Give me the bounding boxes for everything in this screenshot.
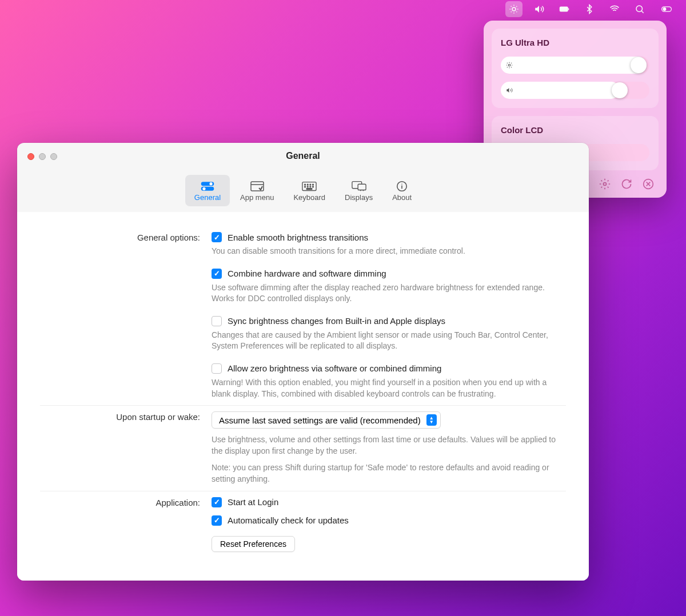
zoom-button[interactable] [50,153,57,160]
info-icon [394,179,409,193]
svg-point-4 [663,8,666,11]
wifi-menu-icon[interactable] [606,1,623,17]
svg-point-22 [313,186,314,187]
keyboard-icon [302,179,317,193]
svg-point-7 [604,183,607,186]
svg-point-15 [305,184,306,185]
svg-point-10 [209,182,212,185]
appmenu-icon [250,179,265,193]
checkbox-combine-dimming[interactable] [212,269,222,279]
checkbox-label: Automatically check for updates [228,515,349,525]
close-icon[interactable] [643,178,654,190]
svg-rect-23 [307,189,312,190]
checkbox-label: Start at Login [228,497,278,507]
menu-bar [496,0,686,18]
svg-point-12 [202,187,205,190]
tab-label: Displays [345,193,373,202]
tab-label: App menu [240,193,274,202]
option-description: Changes that are caused by the Ambient l… [212,330,566,352]
svg-point-0 [512,7,516,11]
checkbox-label: Sync brightness changes from Built-in an… [228,316,445,326]
titlebar: General [17,143,589,171]
option-description: You can disable smooth transitions for a… [212,246,566,257]
toolbar-tabs: General App menu Keyboard Displays About [17,171,589,212]
tab-label: General [194,193,221,202]
window-title: General [17,151,589,161]
section-label: General options: [40,232,212,399]
option-description: Use software dimming after the display r… [212,282,566,305]
svg-point-21 [310,186,311,187]
traffic-lights [27,153,57,160]
toggles-icon [200,179,215,193]
reset-preferences-button[interactable]: Reset Preferences [212,536,295,552]
brightness-menu-icon[interactable] [505,1,523,17]
checkbox-label: Enable smooth brightness transitions [228,233,368,242]
svg-point-17 [310,184,311,185]
checkbox-smooth-transitions[interactable] [212,232,222,242]
volume-icon [505,86,513,94]
svg-point-5 [508,64,510,66]
battery-menu-icon[interactable] [556,1,573,17]
volume-slider[interactable] [501,82,649,99]
close-button[interactable] [27,153,34,160]
control-center-menu-icon[interactable] [656,1,677,17]
tab-appmenu[interactable]: App menu [231,175,283,206]
display-title: Color LCD [501,125,649,135]
checkbox-auto-update[interactable] [212,515,222,526]
svg-point-19 [305,186,306,187]
svg-point-20 [307,186,308,187]
tab-about[interactable]: About [383,175,421,206]
svg-rect-25 [358,184,366,190]
tab-displays[interactable]: Displays [336,175,382,206]
option-description: Warning! With this option enabled, you m… [212,377,566,399]
display-group: LG Ultra HD [492,29,659,108]
checkbox-label: Combine hardware and software dimming [228,269,386,278]
svg-rect-13 [251,182,264,191]
bluetooth-menu-icon[interactable] [581,1,598,17]
checkbox-start-login[interactable] [212,497,222,507]
section-label: Upon startup or wake: [40,411,212,485]
select-arrows-icon: ▲▼ [426,414,437,426]
svg-rect-1 [560,7,568,11]
svg-point-2 [636,6,643,12]
select-value: Assume last saved settings are valid (re… [219,415,421,425]
option-description: Note: you can press Shift during startup… [212,462,566,485]
tab-label: Keyboard [293,193,325,202]
tab-general[interactable]: General [185,175,230,206]
option-description: Use brightness, volume and other setting… [212,434,566,457]
content: General options: Enable smooth brightnes… [17,212,589,581]
svg-point-16 [307,184,308,185]
checkbox-label: Allow zero brightness via software or co… [228,363,441,373]
startup-select[interactable]: Assume last saved settings are valid (re… [212,411,441,429]
checkbox-sync-brightness[interactable] [212,316,222,326]
volume-menu-icon[interactable] [531,1,548,17]
brightness-icon [505,61,513,69]
checkbox-zero-brightness[interactable] [212,363,222,374]
brightness-slider[interactable] [501,57,649,74]
svg-point-18 [313,184,314,185]
section-label: Application: [40,497,212,552]
displays-icon [352,179,366,193]
tab-keyboard[interactable]: Keyboard [284,175,334,206]
tab-label: About [392,193,412,202]
spotlight-menu-icon[interactable] [631,1,648,17]
preferences-window: General General App menu Keyboard Displa… [17,143,589,581]
gear-icon[interactable] [599,178,611,190]
refresh-icon[interactable] [621,178,632,190]
display-title: LG Ultra HD [501,38,649,47]
minimize-button[interactable] [39,153,46,160]
